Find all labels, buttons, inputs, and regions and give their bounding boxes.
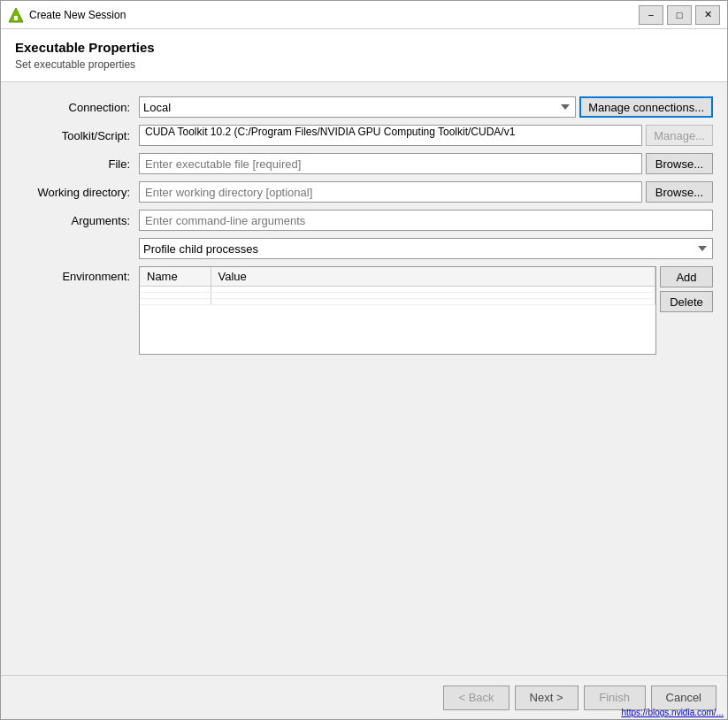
working-dir-controls: Browse... bbox=[139, 181, 713, 203]
environment-content: Name Value bbox=[139, 266, 713, 355]
svg-rect-1 bbox=[14, 16, 18, 20]
arguments-controls bbox=[139, 210, 713, 231]
env-value-cell bbox=[211, 293, 655, 299]
environment-table: Name Value bbox=[140, 267, 655, 305]
connection-row: Connection: Local Manage connections... bbox=[15, 96, 713, 118]
file-row: File: Browse... bbox=[15, 153, 713, 174]
table-row bbox=[140, 287, 655, 293]
main-window: Create New Session − □ ✕ Executable Prop… bbox=[0, 0, 728, 720]
working-dir-row: Working directory: Browse... bbox=[15, 181, 713, 203]
manage-button: Manage... bbox=[646, 125, 713, 146]
profile-select[interactable]: Profile child processes bbox=[139, 238, 713, 259]
connection-select[interactable]: Local bbox=[139, 96, 576, 118]
working-dir-label: Working directory: bbox=[15, 186, 139, 199]
arguments-input[interactable] bbox=[139, 210, 713, 231]
toolkit-label: Toolkit/Script: bbox=[15, 129, 139, 142]
content-area: Connection: Local Manage connections... … bbox=[1, 82, 727, 675]
file-input[interactable] bbox=[139, 153, 642, 174]
profile-row: Profile child processes bbox=[139, 238, 713, 259]
env-name-cell bbox=[140, 287, 211, 293]
env-name-cell bbox=[140, 293, 211, 299]
page-title: Executable Properties bbox=[15, 40, 713, 55]
finish-button[interactable]: Finish bbox=[584, 686, 646, 710]
browse-file-button[interactable]: Browse... bbox=[646, 153, 713, 174]
window-title: Create New Session bbox=[29, 9, 639, 21]
footer-link: https://blogs.nvidia.com/... bbox=[621, 708, 724, 717]
page-subtitle: Set executable properties bbox=[15, 58, 713, 71]
env-value-cell bbox=[211, 299, 655, 305]
maximize-button[interactable]: □ bbox=[667, 5, 692, 25]
footer-bar: < Back Next > Finish Cancel https://blog… bbox=[1, 675, 727, 719]
environment-section: Environment: Name Value bbox=[15, 266, 713, 355]
table-row bbox=[140, 299, 655, 305]
window-controls: − □ ✕ bbox=[639, 5, 720, 25]
env-value-header: Value bbox=[211, 267, 655, 287]
toolkit-value: CUDA Toolkit 10.2 (C:/Program Files/NVID… bbox=[139, 125, 642, 146]
browse-dir-button[interactable]: Browse... bbox=[646, 181, 713, 203]
environment-label: Environment: bbox=[15, 266, 139, 283]
env-name-header: Name bbox=[140, 267, 211, 287]
file-label: File: bbox=[15, 157, 139, 171]
connection-label: Connection: bbox=[15, 101, 139, 114]
arguments-row: Arguments: bbox=[15, 210, 713, 231]
working-dir-input[interactable] bbox=[139, 181, 642, 203]
next-button[interactable]: Next > bbox=[515, 686, 579, 710]
delete-button[interactable]: Delete bbox=[660, 291, 713, 312]
minimize-button[interactable]: − bbox=[639, 5, 663, 25]
title-bar: Create New Session − □ ✕ bbox=[1, 1, 727, 29]
environment-table-wrapper: Name Value bbox=[139, 266, 656, 355]
header-section: Executable Properties Set executable pro… bbox=[1, 29, 727, 82]
table-row bbox=[140, 293, 655, 299]
connection-controls: Local Manage connections... bbox=[139, 96, 713, 118]
back-button[interactable]: < Back bbox=[443, 686, 509, 710]
close-button[interactable]: ✕ bbox=[695, 5, 720, 25]
env-value-cell bbox=[211, 287, 655, 293]
add-button[interactable]: Add bbox=[660, 266, 713, 287]
toolkit-row: Toolkit/Script: CUDA Toolkit 10.2 (C:/Pr… bbox=[15, 125, 713, 146]
environment-buttons: Add Delete bbox=[660, 266, 713, 355]
app-icon bbox=[8, 7, 24, 23]
arguments-label: Arguments: bbox=[15, 214, 139, 227]
manage-connections-button[interactable]: Manage connections... bbox=[579, 96, 713, 118]
toolkit-controls: CUDA Toolkit 10.2 (C:/Program Files/NVID… bbox=[139, 125, 713, 146]
file-controls: Browse... bbox=[139, 153, 713, 174]
env-name-cell bbox=[140, 299, 211, 305]
cancel-button[interactable]: Cancel bbox=[651, 686, 717, 710]
